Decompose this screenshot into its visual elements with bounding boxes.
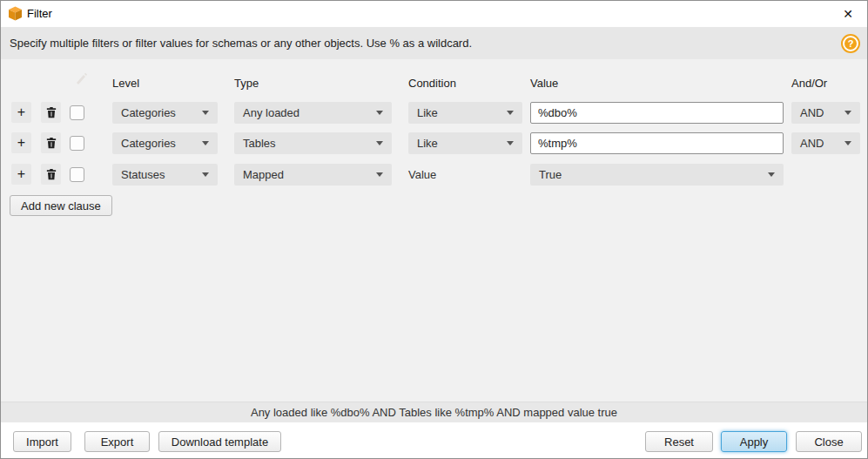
andor-dropdown[interactable]: AND [791, 132, 860, 154]
chevron-down-icon [376, 172, 383, 177]
chevron-down-icon [507, 111, 514, 115]
app-cube-icon [8, 6, 23, 21]
download-template-button[interactable]: Download template [158, 431, 281, 452]
delete-row-button[interactable] [41, 102, 61, 123]
add-row-button[interactable]: + [11, 102, 31, 123]
filter-row: + Categories Tables Like [1, 132, 867, 154]
level-dropdown[interactable]: Categories [112, 102, 218, 124]
type-dropdown[interactable]: Any loaded [234, 102, 392, 124]
chevron-down-icon [376, 111, 383, 115]
row-checkbox[interactable] [70, 136, 84, 151]
level-dropdown[interactable]: Categories [112, 132, 218, 154]
column-header-andor: And/Or [791, 77, 827, 90]
import-button[interactable]: Import [13, 431, 71, 452]
type-value: Tables [243, 137, 276, 150]
filter-summary-bar: Any loaded like %dbo% AND Tables like %t… [1, 402, 867, 422]
delete-row-button[interactable] [41, 132, 61, 153]
chevron-down-icon [844, 111, 851, 115]
filter-row: + Statuses Mapped Value True [1, 164, 867, 186]
add-row-button[interactable]: + [11, 132, 31, 153]
column-header-value: Value [530, 77, 558, 90]
value-input[interactable] [530, 102, 784, 124]
filter-dialog: Filter ✕ Specify multiple filters or fil… [0, 0, 868, 459]
export-button[interactable]: Export [84, 431, 150, 452]
chevron-down-icon [202, 172, 209, 177]
condition-static-label: Value [408, 164, 436, 186]
value-value: True [539, 168, 562, 181]
trash-icon [46, 106, 57, 118]
apply-button[interactable]: Apply [721, 431, 787, 452]
help-icon[interactable]: ? [841, 34, 860, 53]
andor-value: AND [800, 106, 824, 119]
close-icon[interactable]: ✕ [838, 3, 858, 24]
close-button[interactable]: Close [796, 431, 862, 452]
pencil-icon [74, 71, 88, 85]
chevron-down-icon [202, 111, 209, 115]
level-dropdown[interactable]: Statuses [112, 164, 218, 186]
condition-dropdown[interactable]: Like [408, 102, 522, 124]
info-message: Specify multiple filters or filter value… [10, 37, 472, 50]
chevron-down-icon [507, 141, 514, 145]
condition-value: Like [417, 106, 438, 119]
filter-summary-text: Any loaded like %dbo% AND Tables like %t… [251, 406, 617, 419]
row-checkbox[interactable] [70, 105, 84, 120]
add-row-button[interactable]: + [11, 164, 31, 185]
chevron-down-icon [202, 141, 209, 145]
andor-dropdown[interactable]: AND [791, 102, 860, 124]
andor-value: AND [800, 137, 824, 150]
footer-bar: Import Export Download template Reset Ap… [1, 422, 867, 459]
level-value: Categories [121, 137, 176, 150]
row-checkbox[interactable] [70, 167, 84, 182]
add-new-clause-button[interactable]: Add new clause [10, 195, 112, 216]
info-bar: Specify multiple filters or filter value… [1, 27, 867, 59]
type-value: Mapped [243, 168, 284, 181]
trash-icon [46, 168, 57, 180]
type-dropdown[interactable]: Mapped [234, 164, 392, 186]
window-title: Filter [27, 7, 52, 20]
type-dropdown[interactable]: Tables [234, 132, 392, 154]
reset-button[interactable]: Reset [645, 431, 713, 452]
column-header-level: Level [112, 77, 139, 90]
level-value: Categories [121, 106, 176, 119]
column-header-condition: Condition [408, 77, 456, 90]
condition-dropdown[interactable]: Like [408, 132, 522, 154]
trash-icon [46, 137, 57, 149]
value-dropdown[interactable]: True [530, 164, 784, 186]
chevron-down-icon [376, 141, 383, 145]
chevron-down-icon [768, 172, 775, 177]
delete-row-button[interactable] [41, 164, 61, 185]
help-question-glyph: ? [843, 36, 858, 51]
column-header-type: Type [234, 77, 259, 90]
condition-value: Like [417, 137, 438, 150]
filter-table: Level Type Condition Value And/Or + Cate… [1, 59, 867, 402]
level-value: Statuses [121, 168, 165, 181]
value-input[interactable] [530, 132, 784, 154]
filter-row: + Categories Any loaded Like [1, 102, 867, 124]
title-bar: Filter ✕ [1, 1, 867, 27]
chevron-down-icon [844, 141, 851, 145]
type-value: Any loaded [243, 106, 299, 119]
